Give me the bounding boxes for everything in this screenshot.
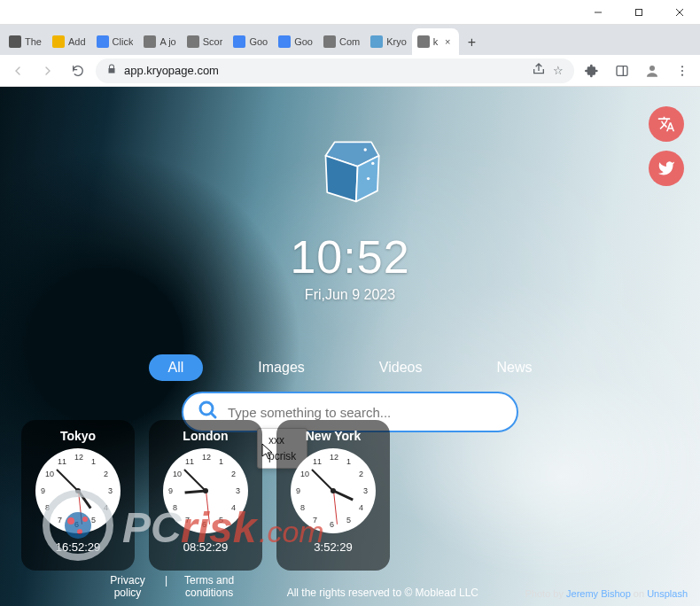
menu-icon[interactable] (670, 58, 695, 83)
main-time: 10:52 (290, 230, 409, 284)
clock-tick: 1 (346, 457, 351, 466)
clock-tick: 3 (363, 486, 368, 495)
clock-tick: 7 (58, 516, 62, 524)
clock-tick: 2 (104, 470, 108, 478)
tab-close-icon[interactable]: × (441, 35, 454, 48)
clock-face: 123456789101112 (291, 448, 376, 533)
clock-tick: 4 (359, 503, 363, 512)
clock-tick: 8 (173, 503, 177, 512)
clock-tick: 9 (168, 486, 173, 495)
bookmark-icon[interactable]: ☆ (553, 64, 564, 77)
author-link[interactable]: Jeremy Bishop (566, 588, 631, 599)
tab-all[interactable]: All (149, 354, 204, 381)
window-maximize-button[interactable] (618, 0, 659, 25)
clock-tick: 6 (330, 520, 334, 529)
clock-tick: 3 (108, 486, 113, 495)
clock-tick: 4 (231, 503, 236, 512)
browser-tab[interactable]: Kryo (365, 28, 412, 55)
clock-pin (75, 488, 81, 493)
clock-tick: 10 (45, 470, 54, 478)
svg-rect-4 (617, 66, 627, 75)
world-clock-card: London12345678910111208:52:29 (149, 420, 262, 571)
tab-label: The (25, 36, 42, 47)
tab-videos[interactable]: Videos (360, 354, 442, 381)
nav-reload-button[interactable] (66, 58, 90, 83)
tab-label: A jo (159, 36, 175, 47)
svg-rect-1 (636, 9, 642, 15)
favicon-icon (278, 35, 291, 48)
extensions-icon[interactable] (579, 58, 604, 83)
svg-point-15 (367, 177, 369, 180)
clock-tick: 10 (300, 470, 309, 478)
search-input[interactable] (228, 405, 502, 420)
clock-tick: 12 (74, 453, 83, 462)
clock-tick: 12 (330, 453, 338, 462)
clock-hand-m (56, 469, 78, 491)
favicon-icon (233, 35, 245, 48)
floating-buttons (649, 106, 684, 186)
terms-link[interactable]: Terms and conditions (178, 574, 240, 599)
favicon-icon (370, 35, 383, 48)
nav-forward-button[interactable] (35, 58, 60, 83)
tab-label: k (433, 36, 439, 47)
browser-tab[interactable]: The (4, 28, 47, 55)
clock-tick: 3 (236, 486, 240, 495)
lock-icon (106, 64, 117, 77)
favicon-icon (417, 35, 430, 48)
favicon-icon (187, 35, 199, 48)
clock-tick: 5 (219, 516, 223, 524)
browser-tab[interactable]: Scor (182, 28, 229, 55)
clock-tick: 8 (300, 503, 305, 512)
browser-tab[interactable]: Goo (273, 28, 318, 55)
tab-label: Click (113, 36, 134, 47)
omnibox[interactable]: app.kryopage.com ☆ (96, 58, 574, 83)
browser-tab[interactable]: Com (318, 28, 365, 55)
browser-tab[interactable]: Goo (228, 28, 273, 55)
favicon-icon (97, 35, 109, 48)
browser-tab[interactable]: Click (91, 28, 139, 55)
digital-time: 16:52:29 (56, 540, 101, 554)
tabstrip: TheAddClickA joScorGooGooComKryok×+ (0, 25, 700, 55)
city-label: London (183, 429, 228, 443)
new-tab-button[interactable]: + (459, 30, 484, 55)
digital-time: 08:52:29 (183, 540, 229, 554)
clock-face: 123456789101112 (163, 448, 248, 533)
window-minimize-button[interactable] (578, 0, 618, 25)
footer-separator: | (165, 574, 167, 599)
svg-point-13 (363, 148, 366, 151)
clock-tick: 6 (202, 520, 206, 529)
profile-icon[interactable] (640, 58, 665, 83)
svg-point-9 (681, 74, 683, 75)
clock-pin (331, 488, 336, 493)
footer: Privacy policy | Terms and conditions Al… (0, 574, 700, 602)
window-titlebar (0, 0, 700, 25)
browser-tab[interactable]: k× (412, 28, 460, 55)
clock-tick: 10 (173, 470, 182, 478)
clock-tick: 2 (231, 470, 236, 478)
tab-images[interactable]: Images (238, 354, 323, 381)
clock-tick: 11 (185, 457, 194, 466)
share-icon[interactable] (532, 62, 546, 79)
world-clock-card: Tokyo12345678910111216:52:29 (21, 420, 135, 571)
window-close-button[interactable] (659, 0, 700, 25)
nav-back-button[interactable] (5, 58, 30, 83)
svg-point-7 (681, 66, 683, 67)
clock-pin (203, 488, 208, 493)
clock-tick: 1 (91, 457, 96, 466)
search-tabs: All Images Videos News (149, 354, 552, 381)
tab-label: Kryo (386, 36, 407, 47)
sidepanel-icon[interactable] (610, 58, 634, 83)
tab-label: Goo (249, 36, 268, 47)
tab-news[interactable]: News (477, 354, 551, 381)
favicon-icon (144, 35, 156, 48)
twitter-button[interactable] (649, 151, 684, 186)
clock-tick: 8 (45, 503, 50, 512)
unsplash-link[interactable]: Unsplash (647, 588, 688, 599)
privacy-link[interactable]: Privacy policy (101, 574, 154, 599)
browser-tab[interactable]: A jo (138, 28, 181, 55)
translate-button[interactable] (649, 106, 684, 142)
city-label: Tokyo (60, 429, 96, 443)
clock-tick: 5 (91, 516, 96, 524)
digital-time: 3:52:29 (314, 540, 352, 554)
browser-tab[interactable]: Add (47, 28, 91, 55)
